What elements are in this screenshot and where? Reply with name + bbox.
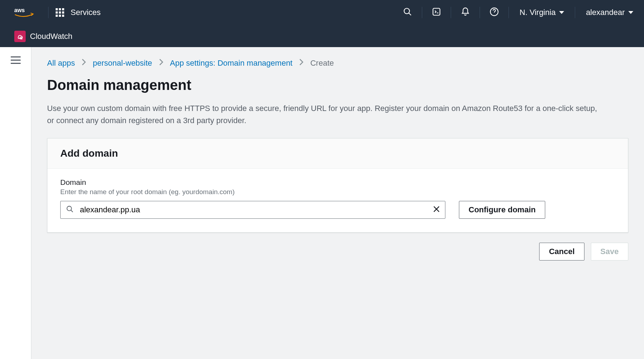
page-title: Domain management bbox=[47, 77, 628, 93]
main-content: All apps personal-website App settings: … bbox=[31, 47, 644, 359]
divider bbox=[480, 7, 480, 18]
breadcrumb-link-app[interactable]: personal-website bbox=[93, 59, 152, 68]
services-grid-icon bbox=[56, 8, 64, 17]
divider bbox=[451, 7, 451, 18]
domain-input[interactable] bbox=[60, 201, 445, 219]
side-rail bbox=[0, 47, 31, 359]
search-icon bbox=[66, 205, 74, 214]
chevron-right-icon bbox=[299, 59, 304, 68]
breadcrumb-link-all-apps[interactable]: All apps bbox=[47, 59, 75, 68]
add-domain-card: Add domain Domain Enter the name of your… bbox=[47, 138, 628, 233]
search-icon bbox=[403, 7, 412, 18]
chevron-right-icon bbox=[159, 59, 164, 68]
svg-point-1 bbox=[404, 8, 409, 14]
card-header-title: Add domain bbox=[60, 148, 615, 159]
hamburger-icon bbox=[11, 56, 21, 64]
card-body: Domain Enter the name of your root domai… bbox=[47, 169, 628, 232]
services-button[interactable]: Services bbox=[56, 8, 101, 17]
user-label: alexandear bbox=[586, 8, 625, 17]
card-header: Add domain bbox=[47, 138, 628, 169]
service-navigation: CloudWatch bbox=[0, 25, 644, 47]
configure-domain-button[interactable]: Configure domain bbox=[459, 201, 545, 219]
chevron-down-icon bbox=[628, 11, 633, 14]
side-nav-toggle[interactable] bbox=[11, 54, 21, 66]
save-button[interactable]: Save bbox=[591, 243, 628, 261]
cloudwatch-icon bbox=[14, 31, 26, 42]
svg-text:aws: aws bbox=[14, 7, 25, 13]
top-navigation: aws Services N. Virginia alexandear bbox=[0, 0, 644, 25]
page-description: Use your own custom domain with free HTT… bbox=[47, 102, 603, 127]
aws-logo[interactable]: aws bbox=[14, 7, 34, 19]
divider bbox=[508, 7, 509, 18]
region-label: N. Virginia bbox=[520, 8, 556, 17]
breadcrumb-link-domain-management[interactable]: App settings: Domain management bbox=[170, 59, 293, 68]
cloudshell-button[interactable] bbox=[429, 5, 444, 20]
domain-field-label: Domain bbox=[60, 178, 615, 187]
divider bbox=[575, 7, 575, 18]
divider bbox=[422, 7, 422, 18]
svg-line-2 bbox=[409, 13, 411, 15]
user-menu[interactable]: alexandear bbox=[582, 8, 637, 17]
svg-line-8 bbox=[71, 210, 73, 212]
close-icon bbox=[433, 208, 440, 214]
domain-input-wrap bbox=[60, 201, 445, 219]
svg-line-6 bbox=[22, 39, 22, 39]
cloudshell-icon bbox=[432, 7, 441, 18]
service-name-label[interactable]: CloudWatch bbox=[30, 32, 72, 41]
cancel-button[interactable]: Cancel bbox=[539, 243, 584, 261]
clear-input-button[interactable] bbox=[433, 205, 440, 214]
divider bbox=[48, 7, 48, 18]
chevron-right-icon bbox=[81, 59, 86, 68]
help-button[interactable] bbox=[487, 5, 501, 20]
footer-actions: Cancel Save bbox=[47, 243, 628, 261]
chevron-down-icon bbox=[559, 11, 564, 14]
bell-icon bbox=[461, 7, 470, 18]
help-icon bbox=[490, 7, 499, 18]
notifications-button[interactable] bbox=[458, 5, 472, 20]
services-label: Services bbox=[71, 8, 101, 17]
region-selector[interactable]: N. Virginia bbox=[516, 8, 568, 17]
breadcrumb-current: Create bbox=[310, 59, 334, 68]
search-button[interactable] bbox=[400, 5, 415, 20]
domain-field-help: Enter the name of your root domain (eg. … bbox=[60, 188, 615, 196]
svg-point-7 bbox=[67, 206, 72, 211]
breadcrumb: All apps personal-website App settings: … bbox=[47, 59, 628, 68]
